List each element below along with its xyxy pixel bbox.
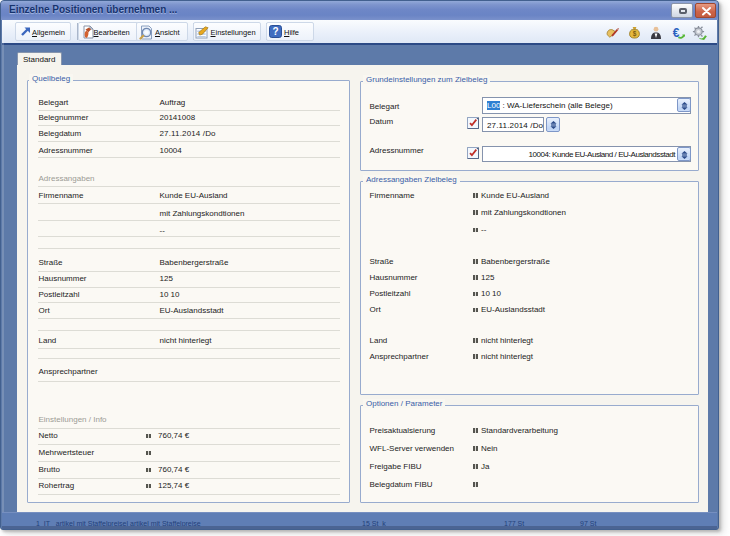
- svg-text:$: $: [633, 30, 637, 38]
- svg-text:?: ?: [272, 26, 278, 37]
